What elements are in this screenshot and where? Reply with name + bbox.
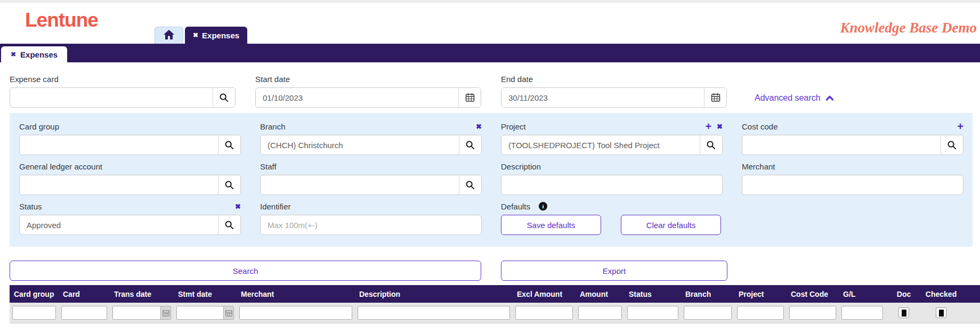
search-button[interactable]: Search: [10, 261, 481, 281]
branch-filter-input[interactable]: [684, 306, 731, 319]
close-page-tab-icon[interactable]: ✖: [11, 51, 16, 58]
column-header-excl-amount[interactable]: Excl Amount: [513, 290, 576, 298]
app-header: Lentune Knowledge Base Demo ✖ Expenses: [0, 3, 980, 44]
gl-filter-input[interactable]: [842, 306, 882, 319]
cost-code-add-icon[interactable]: +: [957, 121, 963, 132]
field-status: Status ✖: [19, 201, 241, 235]
home-icon: [164, 30, 174, 42]
expense-card-search-button[interactable]: [213, 88, 235, 107]
clear-defaults-button[interactable]: Clear defaults: [621, 215, 721, 235]
project-clear-icon[interactable]: ✖: [717, 123, 723, 130]
actions-row: Search Export: [10, 261, 980, 281]
search-icon: [706, 140, 716, 150]
column-header-project[interactable]: Project: [734, 290, 787, 298]
amount-filter-input[interactable]: [579, 306, 621, 319]
card-group-filter-input[interactable]: [13, 306, 55, 319]
filter-cell-merchant: [237, 306, 355, 320]
field-defaults: Defaults i Save defaults Clear defaults: [501, 201, 723, 235]
stmt-date-filter-calendar-button[interactable]: [223, 306, 233, 319]
column-header-doc[interactable]: Doc: [886, 290, 922, 298]
doc-filter-toggle[interactable]: [898, 307, 909, 318]
status-input[interactable]: [20, 215, 218, 234]
filter-cell-stmt-date: [174, 306, 237, 320]
field-start-date: Start date: [255, 74, 481, 108]
advanced-search-panel: Card group Branch ✖: [10, 113, 973, 247]
expense-card-input[interactable]: [10, 88, 213, 107]
info-icon[interactable]: i: [539, 202, 547, 210]
merchant-input[interactable]: [742, 175, 963, 195]
general-ledger-account-label: General ledger account: [19, 162, 102, 171]
filter-cell-branch: [681, 306, 734, 320]
general-ledger-account-input[interactable]: [20, 175, 218, 195]
column-header-description[interactable]: Description: [355, 290, 513, 298]
end-date-calendar-button[interactable]: [704, 88, 726, 107]
status-filter-input[interactable]: [628, 306, 678, 319]
column-header-checked[interactable]: Checked: [922, 290, 960, 298]
checked-filter-toggle[interactable]: [936, 307, 946, 318]
branch-clear-icon[interactable]: ✖: [476, 123, 482, 130]
column-header-amount[interactable]: Amount: [576, 290, 625, 298]
search-icon: [947, 140, 957, 150]
calendar-icon: [711, 93, 720, 102]
search-icon: [224, 140, 234, 150]
column-header-trans-date[interactable]: Trans date: [110, 290, 174, 298]
card-group-search-button[interactable]: [218, 135, 240, 155]
project-filter-input[interactable]: [738, 306, 783, 319]
merchant-filter-input[interactable]: [240, 306, 352, 319]
branch-search-button[interactable]: [459, 135, 481, 155]
filter-cell-project: [734, 306, 787, 320]
project-input[interactable]: [501, 135, 700, 155]
card-filter-input[interactable]: [62, 306, 107, 319]
filter-cell-trans-date: [110, 306, 174, 320]
staff-input[interactable]: [261, 175, 459, 195]
excl-amount-filter-input[interactable]: [516, 306, 572, 319]
trans-date-filter-input[interactable]: [113, 306, 160, 319]
defaults-label: Defaults: [501, 202, 530, 211]
stmt-date-filter-input[interactable]: [177, 306, 223, 319]
cost-code-search-button[interactable]: [941, 135, 963, 155]
start-date-calendar-button[interactable]: [458, 88, 481, 107]
tab-home[interactable]: [155, 27, 183, 44]
export-button[interactable]: Export: [501, 261, 727, 281]
tab-expenses[interactable]: ✖ Expenses: [185, 27, 247, 44]
start-date-label: Start date: [255, 75, 290, 84]
page-tab-expenses[interactable]: ✖ Expenses: [1, 46, 67, 62]
end-date-input[interactable]: [501, 88, 704, 107]
column-header-branch[interactable]: Branch: [681, 290, 734, 298]
general-ledger-account-search-button[interactable]: [218, 175, 240, 195]
column-header-merchant[interactable]: Merchant: [237, 290, 355, 298]
project-add-icon[interactable]: +: [705, 121, 711, 132]
advanced-search-link[interactable]: Advanced search: [755, 93, 834, 103]
lentune-logo: Lentune: [25, 9, 98, 31]
column-header-cost-code[interactable]: Cost Code: [787, 290, 839, 298]
search-icon: [224, 180, 234, 190]
cost-code-input[interactable]: [742, 135, 941, 155]
filter-cell-doc: [886, 307, 922, 318]
description-input[interactable]: [501, 175, 723, 195]
start-date-input[interactable]: [256, 88, 458, 107]
column-header-gl[interactable]: G/L: [839, 290, 886, 298]
results-header-row: Card groupCardTrans dateStmt dateMerchan…: [10, 285, 980, 303]
trans-date-filter-calendar-button[interactable]: [160, 306, 171, 319]
column-header-status[interactable]: Status: [625, 290, 681, 298]
staff-search-button[interactable]: [459, 175, 481, 195]
project-search-button[interactable]: [700, 135, 722, 155]
calendar-icon: [465, 93, 475, 102]
advanced-search-label: Advanced search: [755, 93, 821, 103]
cost-code-filter-input[interactable]: [790, 306, 836, 319]
status-search-button[interactable]: [218, 215, 240, 234]
branch-input[interactable]: [261, 135, 459, 155]
save-defaults-button[interactable]: Save defaults: [501, 215, 601, 235]
tab-expenses-label: Expenses: [202, 31, 239, 40]
filter-cell-gl: [839, 306, 886, 320]
column-header-stmt-date[interactable]: Stmt date: [174, 290, 237, 298]
merchant-label: Merchant: [742, 162, 775, 171]
column-header-card-group[interactable]: Card group: [10, 290, 59, 298]
identifier-input[interactable]: [260, 215, 482, 235]
filter-cell-excl-amount: [513, 306, 576, 320]
status-clear-icon[interactable]: ✖: [235, 203, 241, 210]
description-filter-input[interactable]: [358, 306, 509, 319]
column-header-card[interactable]: Card: [59, 290, 110, 298]
card-group-input[interactable]: [20, 135, 218, 155]
close-tab-icon[interactable]: ✖: [193, 31, 198, 39]
